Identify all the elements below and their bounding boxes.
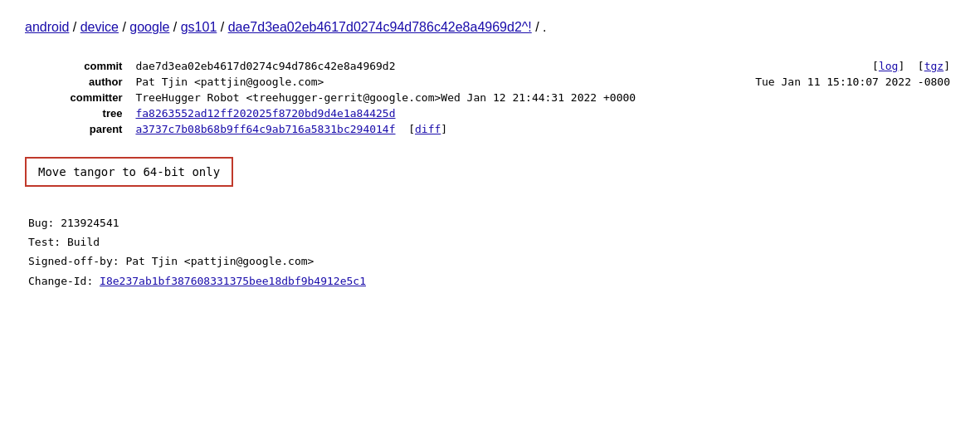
label-parent: parent (25, 121, 130, 137)
breadcrumb-device[interactable]: device (80, 20, 119, 34)
tree-hash-link[interactable]: fa8263552ad12ff202025f8720bd9d4e1a84425d (135, 107, 395, 120)
breadcrumb-tail: / . (535, 20, 546, 34)
change-id-link[interactable]: I8e237ab1bf387608331375bee18dbf9b4912e5c… (100, 275, 366, 287)
parent-row: parent a3737c7b08b68b9ff64c9ab716a5831bc… (25, 121, 955, 137)
breadcrumb-android[interactable]: android (25, 20, 69, 34)
parent-hash-link[interactable]: a3737c7b08b68b9ff64c9ab716a5831bc294014f (135, 123, 395, 135)
commit-metadata-table: commit dae7d3ea02eb4617d0274c94d786c42e8… (25, 58, 955, 137)
author-row: author Pat Tjin <pattjin@google.com> Tue… (25, 74, 955, 90)
commit-message-title-box: Move tangor to 64-bit only (25, 157, 233, 187)
commit-message-title: Move tangor to 64-bit only (38, 165, 220, 178)
commit-body: Bug: 213924541 Test: Build Signed-off-by… (25, 213, 955, 291)
label-tree: tree (25, 105, 130, 121)
commit-hash: dae7d3ea02eb4617d0274c94d786c42e8a4969d2 (130, 58, 573, 74)
parent-value: a3737c7b08b68b9ff64c9ab716a5831bc294014f… (130, 121, 955, 137)
log-link[interactable]: log (879, 60, 898, 72)
commit-body-line-4: Change-Id: I8e237ab1bf387608331375bee18d… (28, 271, 955, 291)
tgz-link[interactable]: tgz (924, 60, 943, 72)
commit-message-section: Move tangor to 64-bit only (25, 157, 955, 200)
commit-body-line-1: Bug: 213924541 (28, 213, 955, 232)
author-value: Pat Tjin <pattjin@google.com> (130, 74, 573, 90)
label-committer: committer (25, 90, 130, 105)
breadcrumb-google[interactable]: google (129, 20, 169, 34)
commit-row: commit dae7d3ea02eb4617d0274c94d786c42e8… (25, 58, 955, 74)
breadcrumb-sep-4: / (221, 20, 228, 34)
breadcrumb-sep-3: / (173, 20, 181, 34)
breadcrumb-sep-1: / (73, 20, 80, 34)
tree-value: fa8263552ad12ff202025f8720bd9d4e1a84425d (130, 105, 955, 121)
diff-link[interactable]: diff (415, 123, 441, 135)
breadcrumb-sep-2: / (122, 20, 129, 34)
commit-body-line-3: Signed-off-by: Pat Tjin <pattjin@google.… (28, 252, 955, 271)
label-author: author (25, 74, 130, 90)
committer-value: TreeHugger Robot <treehugger-gerrit@goog… (130, 90, 955, 105)
label-commit: commit (25, 58, 130, 74)
committer-row: committer TreeHugger Robot <treehugger-g… (25, 90, 955, 105)
commit-links: [log] [tgz] (573, 58, 956, 74)
tree-row: tree fa8263552ad12ff202025f8720bd9d4e1a8… (25, 105, 955, 121)
breadcrumb-commit-ref[interactable]: dae7d3ea02eb4617d0274c94d786c42e8a4969d2… (228, 20, 532, 34)
author-date: Tue Jan 11 15:10:07 2022 -0800 (573, 74, 956, 90)
commit-body-line-2: Test: Build (28, 232, 955, 252)
breadcrumb-gs101[interactable]: gs101 (181, 20, 217, 34)
breadcrumb: android / device / google / gs101 / dae7… (25, 17, 955, 38)
